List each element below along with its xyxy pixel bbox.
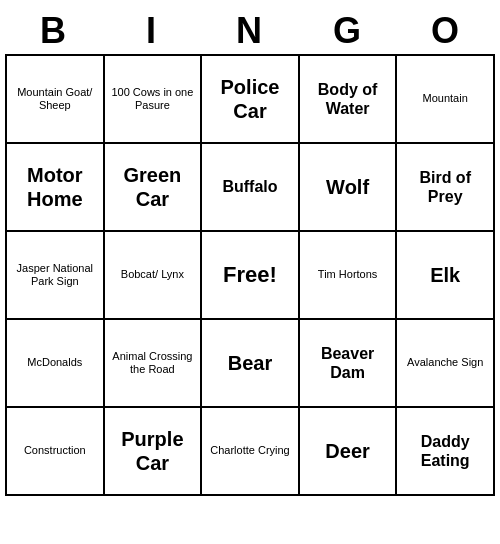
header-letter-b: B [5,8,103,54]
bingo-cell-16: Animal Crossing the Road [105,320,203,408]
bingo-cell-7: Buffalo [202,144,300,232]
bingo-cell-24: Daddy Eating [397,408,495,496]
bingo-cell-13: Tim Hortons [300,232,398,320]
bingo-cell-3: Body of Water [300,56,398,144]
header-letter-n: N [201,8,299,54]
bingo-cell-22: Charlotte Crying [202,408,300,496]
bingo-cell-14: Elk [397,232,495,320]
header-letter-o: O [397,8,495,54]
bingo-grid: Mountain Goat/ Sheep100 Cows in one Pasu… [5,54,495,496]
bingo-cell-6: Green Car [105,144,203,232]
bingo-cell-4: Mountain [397,56,495,144]
bingo-cell-9: Bird of Prey [397,144,495,232]
bingo-cell-0: Mountain Goat/ Sheep [7,56,105,144]
bingo-cell-20: Construction [7,408,105,496]
header-letter-i: I [103,8,201,54]
bingo-header: BINGO [5,8,495,54]
bingo-cell-18: Beaver Dam [300,320,398,408]
bingo-cell-21: Purple Car [105,408,203,496]
bingo-cell-19: Avalanche Sign [397,320,495,408]
bingo-cell-10: Jasper National Park Sign [7,232,105,320]
bingo-cell-1: 100 Cows in one Pasure [105,56,203,144]
bingo-cell-15: McDonalds [7,320,105,408]
bingo-card: BINGO Mountain Goat/ Sheep100 Cows in on… [5,8,495,496]
bingo-cell-12: Free! [202,232,300,320]
bingo-cell-2: Police Car [202,56,300,144]
header-letter-g: G [299,8,397,54]
bingo-cell-17: Bear [202,320,300,408]
bingo-cell-11: Bobcat/ Lynx [105,232,203,320]
bingo-cell-23: Deer [300,408,398,496]
bingo-cell-5: Motor Home [7,144,105,232]
bingo-cell-8: Wolf [300,144,398,232]
